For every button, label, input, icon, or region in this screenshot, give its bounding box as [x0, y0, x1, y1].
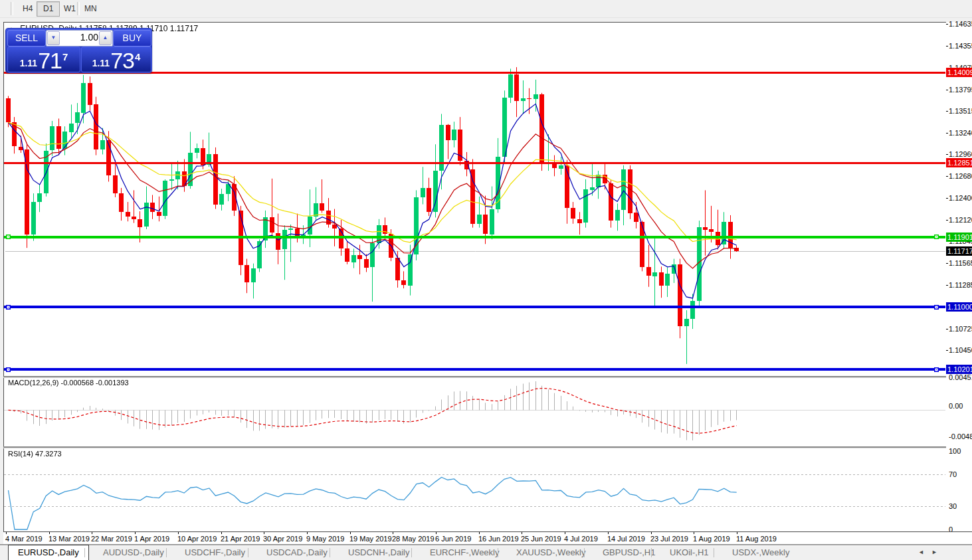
macd-scale-top: 0.004517 — [949, 373, 972, 381]
hline-price-label: 1.12851 — [946, 158, 972, 167]
tab-ukoil-h1[interactable]: UKOil-,H1 — [660, 546, 718, 559]
date-label: 4 Mar 2019 — [5, 535, 43, 543]
date-label: 9 May 2019 — [306, 535, 344, 543]
price-tick-label: 1.14355 — [949, 42, 972, 50]
date-label: 1 Aug 2019 — [693, 535, 730, 543]
hline-price-label: 1.11901 — [946, 233, 972, 242]
date-tick-mark — [49, 532, 50, 534]
mt4-chart-window: H4D1W1MN 1.146351.143551.140751.137951.1… — [0, 0, 972, 560]
volume-increase-icon[interactable]: ▲ — [99, 31, 112, 45]
price-chart-canvas[interactable] — [4, 23, 945, 375]
sell-price-point: 7 — [62, 51, 68, 62]
hline-marker[interactable] — [6, 367, 11, 372]
tab-separator — [584, 548, 585, 557]
price-tick-label: 1.13240 — [949, 129, 972, 137]
date-tick-mark — [6, 532, 7, 534]
price-tick-label: 1.10450 — [949, 346, 972, 354]
price-tick-label: 1.12120 — [949, 216, 972, 224]
tab-usdchf-daily[interactable]: USDCHF-,Daily — [175, 546, 254, 559]
price-tick-mark — [946, 350, 948, 351]
tab-separator — [248, 548, 248, 557]
price-tick-label: 1.12400 — [949, 194, 972, 202]
panel-splitter[interactable] — [3, 376, 946, 378]
macd-indicator-canvas[interactable] — [4, 377, 945, 446]
panel-splitter[interactable] — [3, 446, 946, 448]
buy-price-button[interactable]: 1.11 73 4 — [81, 47, 151, 72]
tab-scroll-right-icon[interactable]: ► — [931, 549, 937, 555]
tab-separator — [166, 548, 167, 557]
date-label: 1 Apr 2019 — [134, 535, 169, 543]
price-tick-label: 1.10725 — [949, 325, 972, 333]
time-axis[interactable]: 4 Mar 201913 Mar 201922 Mar 20191 Apr 20… — [3, 531, 972, 545]
hline-1.11901[interactable] — [4, 236, 945, 238]
hline-1.11000[interactable] — [4, 306, 945, 308]
price-tick-mark — [946, 329, 948, 329]
date-label: 10 Apr 2019 — [177, 535, 217, 543]
volume-input[interactable]: 1.00 — [60, 31, 98, 45]
tab-eurusd-daily[interactable]: EURUSD-,Daily — [8, 545, 89, 560]
hline-marker[interactable] — [934, 305, 939, 310]
price-tick-mark — [946, 133, 948, 134]
price-tick-label: 1.13795 — [949, 86, 972, 94]
tab-usdcnh-daily[interactable]: USDCNH-,Daily — [339, 546, 419, 559]
date-tick-mark — [565, 532, 565, 534]
tab-gbpusd-h1[interactable]: GBPUSD-,H1 — [593, 546, 664, 559]
price-tick-label: 1.12680 — [949, 172, 972, 180]
date-label: 25 Jun 2019 — [521, 535, 561, 543]
sell-price-pips: 71 — [38, 49, 62, 72]
date-label: 21 Apr 2019 — [221, 535, 260, 543]
price-tick-mark — [946, 46, 948, 47]
date-label: 4 Jul 2019 — [564, 535, 598, 543]
price-tick-mark — [946, 154, 948, 155]
date-label: 19 May 2019 — [349, 535, 392, 543]
buy-price-figure: 1.11 — [92, 58, 110, 68]
tab-eurchf-weekly[interactable]: EURCHF-,Weekly — [421, 546, 509, 559]
tab-audusd-daily[interactable]: AUDUSD-,Daily — [94, 546, 173, 559]
hline-marker[interactable] — [6, 305, 11, 310]
hline-1.10201[interactable] — [4, 368, 945, 371]
sell-price-button[interactable]: 1.11 71 7 — [7, 47, 80, 72]
hline-1.12851[interactable] — [4, 162, 945, 164]
hline-marker[interactable] — [6, 234, 11, 239]
date-tick-mark — [651, 532, 652, 534]
price-tick-mark — [946, 90, 948, 90]
hline-marker[interactable] — [934, 367, 939, 372]
price-tick-label: 1.12960 — [949, 150, 972, 158]
rsi-scale-label: 100 — [949, 447, 961, 455]
price-tick-mark — [946, 220, 948, 221]
sell-button[interactable]: SELL — [7, 30, 46, 47]
period-toolbar: H4D1W1MN — [0, 0, 972, 18]
date-tick-mark — [92, 532, 92, 534]
rsi-scale-label: 30 — [949, 502, 957, 510]
hline-price-label: 1.10201 — [946, 365, 972, 374]
date-label: 11 Aug 2019 — [736, 535, 777, 543]
timeframe-button-mn[interactable]: MN — [78, 1, 104, 17]
price-axis[interactable]: 1.146351.143551.140751.137951.135151.132… — [946, 22, 972, 531]
date-label: 30 Apr 2019 — [263, 535, 302, 543]
date-tick-mark — [522, 532, 522, 534]
date-label: 13 Mar 2019 — [49, 535, 90, 543]
toolbar-separator — [77, 2, 80, 15]
hline-marker[interactable] — [934, 234, 939, 239]
rsi-indicator-canvas[interactable] — [4, 448, 945, 530]
buy-button[interactable]: BUY — [113, 30, 151, 47]
date-tick-mark — [436, 532, 437, 534]
price-tick-mark — [946, 198, 948, 199]
hline-price-label: 1.14009 — [946, 68, 972, 77]
price-tick-label: 1.13515 — [949, 107, 972, 115]
price-tick-label: 1.11285 — [949, 281, 972, 289]
sell-price-figure: 1.11 — [20, 58, 37, 68]
rsi-scale-label: 70 — [949, 470, 957, 478]
tab-xauusd-weekly[interactable]: XAUUSD-,Weekly — [507, 546, 595, 559]
date-tick-mark — [264, 532, 264, 534]
tab-scroll-left-icon[interactable]: ◄ — [918, 549, 924, 555]
hline-price-label: 1.11000 — [946, 302, 972, 312]
volume-decrease-icon[interactable]: ▼ — [47, 31, 60, 45]
tab-separator — [714, 548, 714, 557]
tab-usdx-weekly[interactable]: USDX-,Weekly — [723, 546, 799, 559]
price-tick-mark — [946, 285, 948, 286]
date-tick-mark — [694, 532, 694, 534]
date-tick-mark — [307, 532, 308, 534]
tab-usdcad-daily[interactable]: USDCAD-,Daily — [257, 546, 337, 559]
date-label: 14 Jul 2019 — [607, 535, 645, 543]
